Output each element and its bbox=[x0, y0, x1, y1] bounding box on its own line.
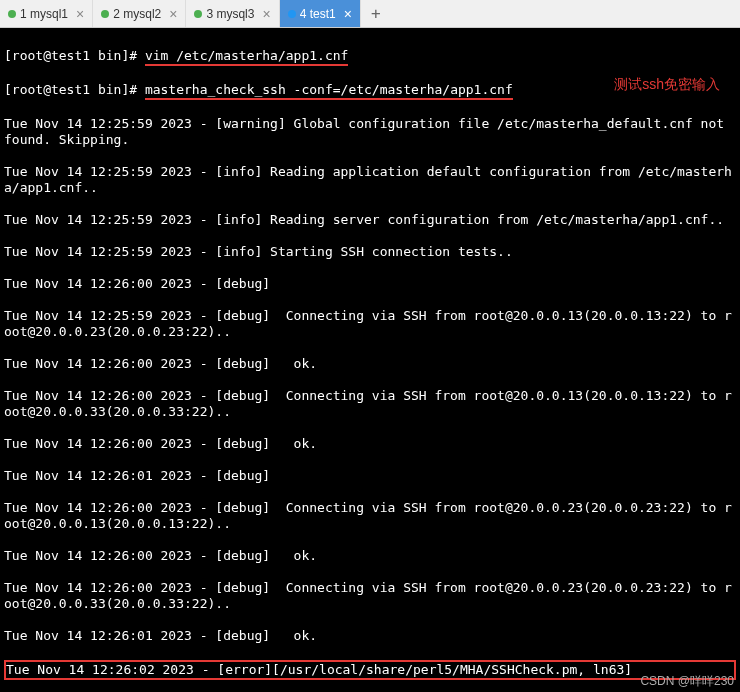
status-dot-icon bbox=[101, 10, 109, 18]
tab-label: 4 test1 bbox=[300, 7, 336, 21]
log-line: Tue Nov 14 12:26:00 2023 - [debug] bbox=[4, 276, 736, 292]
command-vim: vim /etc/masterha/app1.cnf bbox=[145, 48, 349, 66]
terminal-output[interactable]: [root@test1 bin]# vim /etc/masterha/app1… bbox=[0, 28, 740, 692]
log-line: Tue Nov 14 12:26:00 2023 - [debug] Conne… bbox=[4, 580, 736, 612]
log-error-line: Tue Nov 14 12:26:02 2023 - [error][/usr/… bbox=[6, 662, 734, 678]
tab-label: 3 mysql3 bbox=[206, 7, 254, 21]
watermark: CSDN @咩咩230 bbox=[640, 673, 734, 690]
log-line: Tue Nov 14 12:25:59 2023 - [info] Starti… bbox=[4, 244, 736, 260]
prompt: [root@test1 bin]# bbox=[4, 82, 145, 97]
close-icon[interactable]: × bbox=[169, 6, 177, 22]
log-line: Tue Nov 14 12:25:59 2023 - [info] Readin… bbox=[4, 212, 736, 228]
tab-label: 1 mysql1 bbox=[20, 7, 68, 21]
log-line: Tue Nov 14 12:26:01 2023 - [debug] ok. bbox=[4, 628, 736, 644]
log-line: Tue Nov 14 12:26:00 2023 - [debug] ok. bbox=[4, 356, 736, 372]
tab-bar: 1 mysql1 × 2 mysql2 × 3 mysql3 × 4 test1… bbox=[0, 0, 740, 28]
log-line: Tue Nov 14 12:26:01 2023 - [debug] bbox=[4, 468, 736, 484]
prompt: [root@test1 bin]# bbox=[4, 48, 145, 63]
tab-mysql2[interactable]: 2 mysql2 × bbox=[93, 0, 186, 27]
log-line: Tue Nov 14 12:25:59 2023 - [warning] Glo… bbox=[4, 116, 736, 148]
status-dot-icon bbox=[194, 10, 202, 18]
log-line: Tue Nov 14 12:26:00 2023 - [debug] ok. bbox=[4, 436, 736, 452]
close-icon[interactable]: × bbox=[262, 6, 270, 22]
log-line: Tue Nov 14 12:26:00 2023 - [debug] Conne… bbox=[4, 500, 736, 532]
log-line: Tue Nov 14 12:26:00 2023 - [debug] Conne… bbox=[4, 388, 736, 420]
log-line: Tue Nov 14 12:25:59 2023 - [debug] Conne… bbox=[4, 308, 736, 340]
status-dot-icon bbox=[8, 10, 16, 18]
tab-test1[interactable]: 4 test1 × bbox=[280, 0, 361, 27]
tab-mysql3[interactable]: 3 mysql3 × bbox=[186, 0, 279, 27]
annotation-text: 测试ssh免密输入 bbox=[614, 76, 720, 92]
log-line: Tue Nov 14 12:26:00 2023 - [debug] ok. bbox=[4, 548, 736, 564]
error-highlight-box: Tue Nov 14 12:26:02 2023 - [error][/usr/… bbox=[4, 660, 736, 680]
status-dot-icon bbox=[288, 10, 296, 18]
log-line: Tue Nov 14 12:25:59 2023 - [info] Readin… bbox=[4, 164, 736, 196]
close-icon[interactable]: × bbox=[344, 6, 352, 22]
add-tab-button[interactable]: + bbox=[361, 0, 391, 27]
tab-mysql1[interactable]: 1 mysql1 × bbox=[0, 0, 93, 27]
close-icon[interactable]: × bbox=[76, 6, 84, 22]
tab-label: 2 mysql2 bbox=[113, 7, 161, 21]
command-masterha-check: masterha_check_ssh -conf=/etc/masterha/a… bbox=[145, 82, 513, 100]
